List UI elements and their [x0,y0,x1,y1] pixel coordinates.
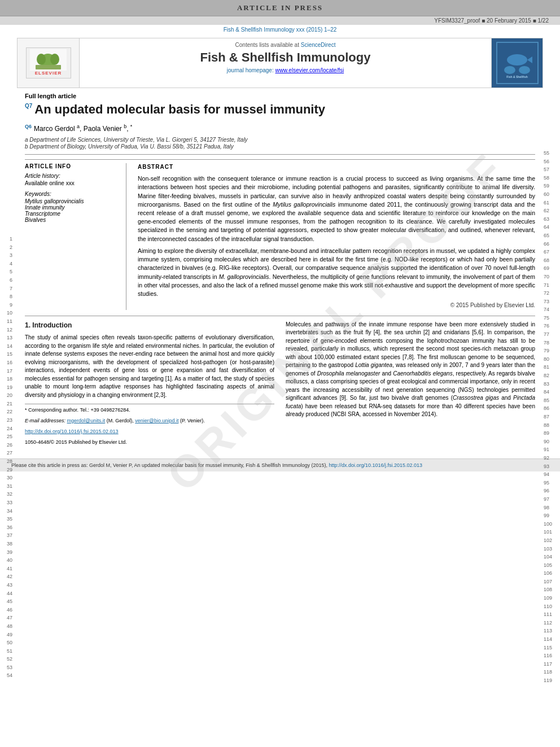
intro-para-left: The study of animal species often reveal… [25,334,274,399]
copyright: © 2015 Published by Elsevier Ltd. [138,302,535,310]
line-num-59: 59 [542,182,553,190]
line-num-107: 107 [542,578,553,586]
abstract-para-2: Aiming to explore the diversity of extra… [138,247,535,298]
journal-logo-box: Fish & Shellfish [496,42,539,84]
corresponding-marker: * [130,124,133,129]
line-num-10: 10 [7,309,14,317]
line-num-65: 65 [542,231,553,240]
history-label: Article history: [25,173,119,179]
line-numbers-left: 1 2 3 4 5 6 7 8 9 10 11 12 13 14 15 16 1… [7,93,14,680]
line-num-72: 72 [542,289,553,298]
line-num-20: 20 [7,391,14,400]
authors-row: Q6 Marco Gerdol a, Paola Venier b, * [25,124,535,135]
line-num-40: 40 [7,556,14,565]
line-num-45: 45 [7,597,14,606]
line-num-73: 73 [542,298,553,306]
issn-note: 1050-4648/© 2015 Published by Elsevier L… [25,439,274,446]
line-num-36: 36 [7,523,14,532]
line-num-81: 81 [542,363,553,372]
email-gerdol-name: (M. Gerdol), [107,418,135,423]
line-num-41: 41 [7,565,14,573]
intro-heading: 1. Introduction [25,321,274,330]
line-num-46: 46 [7,606,14,614]
line-num-100: 100 [542,520,553,528]
banner-title: ARTICLE IN PRESS [237,3,323,12]
email-gerdol[interactable]: mgerdol@units.it [67,418,106,423]
line-num-47: 47 [7,614,14,622]
line-num-58: 58 [542,174,553,182]
title-row: Q7 An updated molecular basis for mussel… [25,102,535,121]
line-num-43: 43 [7,581,14,589]
article-title: An updated molecular basis for mussel im… [34,102,325,118]
article-info-heading: ARTICLE INFO [25,163,119,169]
body-content: 1. Introduction The study of animal spec… [25,321,535,450]
abstract-para-1: Non-self recognition with the consequent… [138,174,535,243]
journal-center: Contents lists available at ScienceDirec… [80,38,492,88]
line-num-33: 33 [7,499,14,507]
line-num-69: 69 [542,264,553,273]
line-num-98: 98 [542,504,553,512]
line-num-99: 99 [542,512,553,520]
svg-rect-5 [36,65,61,69]
line-num-30: 30 [7,474,14,482]
line-num-89: 89 [542,429,553,438]
email-venier-name: (P. Venier). [180,418,205,423]
abstract-heading: ABSTRACT [138,163,535,172]
available-online: Available online xxx [25,180,119,186]
line-num-117: 117 [542,660,553,669]
line-num-101: 101 [542,528,553,536]
line-num-67: 67 [542,248,553,256]
keywords-label: Keywords: [25,191,119,197]
line-num-105: 105 [542,561,553,570]
main-area: 1 2 3 4 5 6 7 8 9 10 11 12 13 14 15 16 1… [7,93,553,449]
footer-text: Please cite this article in press as: Ge… [11,462,549,468]
sciencedirect-link[interactable]: ScienceDirect [301,42,336,48]
line-num-13: 13 [7,334,14,342]
proof-meta: YFSIM3327_proof ■ 20 February 2015 ■ 1/2… [0,16,560,25]
line-num-60: 60 [542,190,553,199]
journal-reference: Fish & Shellfish Immunology xxx (2015) 1… [0,25,560,34]
line-num-56: 56 [542,158,553,166]
line-num-12: 12 [7,326,14,334]
elsevier-logo-svg [30,49,67,71]
svg-point-9 [504,66,515,74]
line-numbers-right: 55 56 57 58 59 60 61 62 63 64 65 66 67 6… [542,93,553,685]
line-num-64: 64 [542,223,553,231]
article-info-abstract: ARTICLE INFO Article history: Available … [25,159,535,310]
line-num-94: 94 [542,470,553,479]
line-num-79: 79 [542,347,553,355]
doi-anchor[interactable]: http://dx.doi.org/10.1016/j.fsi.2015.02.… [25,429,119,434]
doi-link: http://dx.doi.org/10.1016/j.fsi.2015.02.… [25,428,274,435]
journal-header: ELSEVIER Contents lists available at Sci… [17,38,543,88]
body-left-col: 1. Introduction The study of animal spec… [25,321,274,450]
body-right-col: Molecules and pathways of the innate imm… [286,321,535,450]
line-num-106: 106 [542,569,553,578]
line-num-110: 110 [542,602,553,611]
line-num-5: 5 [7,268,14,276]
journal-url-link[interactable]: www.elsevier.com/locate/fsi [275,67,344,73]
line-num-50: 50 [7,639,14,647]
line-num-71: 71 [542,281,553,290]
footer-doi-link[interactable]: http://dx.doi.org/10.1016/j.fsi.2015.02.… [329,462,422,468]
line-num-90: 90 [542,438,553,446]
line-num-70: 70 [542,273,553,281]
line-num-32: 32 [7,490,14,499]
keyword-3: Transcriptome [25,211,119,217]
line-num-54: 54 [7,671,14,680]
keyword-2: Innate immunity [25,204,119,211]
line-num-83: 83 [542,380,553,388]
affil-b: b [124,124,126,129]
line-num-3: 3 [7,251,14,260]
line-num-113: 113 [542,627,553,635]
elsevier-logo-container: ELSEVIER [18,38,80,88]
line-num-63: 63 [542,215,553,224]
line-num-66: 66 [542,240,553,248]
line-num-114: 114 [542,635,553,644]
affiliation-b: b Department of Biology, University of P… [25,143,535,150]
footnote-section: * Corresponding author. Tel.: +39 049827… [25,404,274,446]
line-num-97: 97 [542,495,553,504]
email-venier[interactable]: venier@bio.unipd.it [135,418,178,423]
line-num-23: 23 [7,416,14,425]
q7-marker: Q7 [25,103,32,109]
journal-ref-text: Fish & Shellfish Immunology xxx (2015) 1… [224,27,337,33]
